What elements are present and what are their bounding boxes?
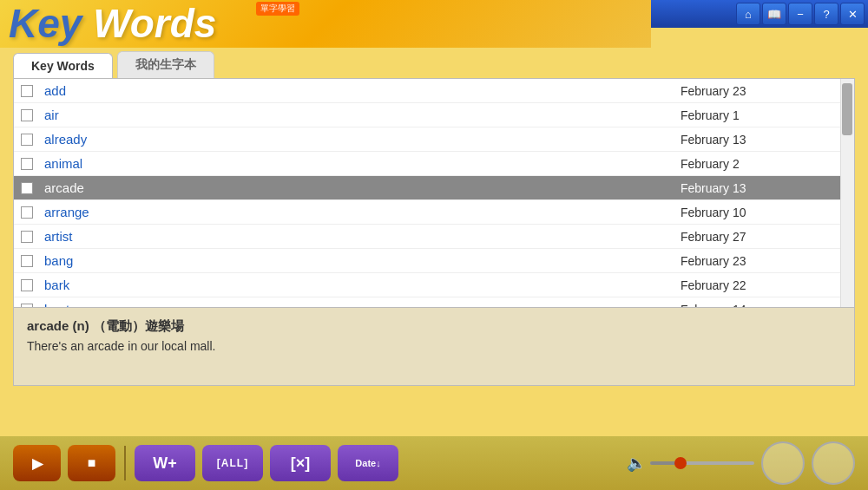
checkbox-input[interactable] <box>21 182 33 194</box>
volume-thumb[interactable] <box>674 457 687 469</box>
volume-icon: 🔈 <box>627 454 646 473</box>
title-area: Key Words 單字學習 <box>0 0 651 48</box>
volume-slider[interactable] <box>650 461 754 465</box>
word-text: bang <box>40 253 681 268</box>
word-text: arcade <box>40 180 681 195</box>
shuffle-button[interactable]: [×] <box>270 445 331 481</box>
date-text: February 2 <box>681 157 854 171</box>
checkbox-input[interactable] <box>21 134 33 146</box>
main-content: Key Words 我的生字本 add February 23 air Febr… <box>13 48 855 434</box>
bottom-toolbar: ▶ ■ W+ [ALL] [×] Date↓ 🔈 <box>0 436 868 490</box>
checkbox-input[interactable] <box>21 304 33 309</box>
scrollbar-track[interactable] <box>840 79 854 307</box>
table-row[interactable]: arrange February 10 <box>14 200 854 225</box>
tab-my-vocab[interactable]: 我的生字本 <box>117 51 214 78</box>
top-nav-bar: ⌂ 📖 − ? ✕ <box>651 0 868 28</box>
row-checkbox[interactable] <box>14 231 40 243</box>
tabs-container: Key Words 我的生字本 <box>13 48 855 78</box>
word-text: beat <box>40 302 681 308</box>
checkbox-input[interactable] <box>21 231 33 243</box>
table-row[interactable]: bark February 22 <box>14 273 854 297</box>
date-text: February 22 <box>681 278 854 292</box>
minimize-button[interactable]: − <box>788 3 812 25</box>
word-text: add <box>40 83 681 98</box>
close-button[interactable]: ✕ <box>840 3 865 25</box>
table-row[interactable]: arcade February 13 <box>14 176 854 200</box>
date-text: February 1 <box>681 108 854 122</box>
table-row[interactable]: already February 13 <box>14 127 854 152</box>
row-checkbox[interactable] <box>14 182 40 194</box>
date-text: February 23 <box>681 254 854 268</box>
table-row[interactable]: add February 23 <box>14 79 854 103</box>
help-button[interactable]: ? <box>814 3 838 25</box>
definition-area: arcade (n) （電動）遊樂場 There's an arcade in … <box>13 308 855 386</box>
row-checkbox[interactable] <box>14 109 40 121</box>
row-checkbox[interactable] <box>14 304 40 309</box>
word-text: bark <box>40 278 681 292</box>
date-text: February 27 <box>681 230 854 244</box>
row-checkbox[interactable] <box>14 158 40 170</box>
row-checkbox[interactable] <box>14 206 40 219</box>
checkbox-input[interactable] <box>21 85 33 97</box>
table-row[interactable]: beat February 14 <box>14 297 854 308</box>
word-text: artist <box>40 229 681 244</box>
circle-btn-1[interactable] <box>761 441 805 485</box>
date-text: February 10 <box>681 206 854 219</box>
toolbar-divider <box>124 446 126 480</box>
volume-fill <box>650 461 676 465</box>
table-row[interactable]: animal February 2 <box>14 152 854 176</box>
table-row[interactable]: air February 1 <box>14 103 854 127</box>
play-button[interactable]: ▶ <box>13 445 61 481</box>
volume-area: 🔈 <box>627 454 754 473</box>
word-text: already <box>40 132 681 147</box>
date-text: February 13 <box>681 181 854 195</box>
word-text: air <box>40 108 681 122</box>
checkbox-input[interactable] <box>21 206 33 219</box>
table-row[interactable]: bang February 23 <box>14 249 854 273</box>
title-words: Words <box>82 1 216 46</box>
row-checkbox[interactable] <box>14 255 40 267</box>
home-button[interactable]: ⌂ <box>736 3 760 25</box>
row-checkbox[interactable] <box>14 85 40 97</box>
table-row[interactable]: artist February 27 <box>14 225 854 249</box>
date-text: February 14 <box>681 303 854 309</box>
circle-btn-2[interactable] <box>812 441 855 485</box>
date-text: February 13 <box>681 133 854 147</box>
word-text: animal <box>40 156 681 171</box>
word-list-container: add February 23 air February 1 already F… <box>13 78 855 308</box>
add-word-button[interactable]: W+ <box>135 445 195 481</box>
definition-word: arcade (n) （電動）遊樂場 <box>27 318 841 335</box>
select-all-button[interactable]: [ALL] <box>202 445 263 481</box>
title-key: Key <box>9 1 82 46</box>
checkbox-input[interactable] <box>21 255 33 267</box>
checkbox-input[interactable] <box>21 279 33 291</box>
row-checkbox[interactable] <box>14 134 40 146</box>
checkbox-input[interactable] <box>21 158 33 170</box>
badge-label: 單字學習 <box>256 2 299 16</box>
date-text: February 23 <box>681 84 854 98</box>
row-checkbox[interactable] <box>14 279 40 291</box>
library-button[interactable]: 📖 <box>762 3 786 25</box>
word-text: arrange <box>40 205 681 219</box>
tab-key-words[interactable]: Key Words <box>13 53 113 78</box>
word-list: add February 23 air February 1 already F… <box>14 79 854 308</box>
stop-button[interactable]: ■ <box>68 445 115 481</box>
definition-sentence: There's an arcade in our local mall. <box>27 339 841 353</box>
sort-date-button[interactable]: Date↓ <box>338 445 398 481</box>
app-title: Key Words <box>9 3 216 43</box>
checkbox-input[interactable] <box>21 109 33 121</box>
scrollbar-thumb[interactable] <box>842 83 852 135</box>
